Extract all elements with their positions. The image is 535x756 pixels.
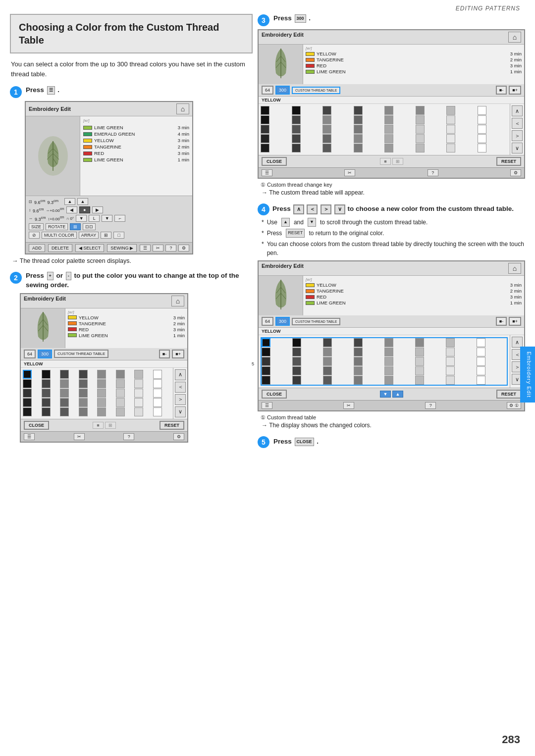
color-cell[interactable] (292, 134, 301, 143)
color-cell[interactable] (416, 125, 425, 134)
color-cell[interactable] (354, 115, 363, 124)
color-cell[interactable] (323, 357, 332, 366)
nav-up-btn-3[interactable]: ∧ (512, 337, 523, 348)
reset-btn-3[interactable]: RESET (496, 390, 521, 399)
color-cell[interactable] (415, 338, 424, 347)
color-cell[interactable] (323, 366, 332, 375)
down-scroll-btn[interactable]: ▼ (380, 391, 391, 398)
num-64-btn[interactable]: 64 (24, 350, 36, 358)
color-cell[interactable] (477, 348, 485, 356)
sew-btn-2[interactable]: ✂ (74, 433, 85, 440)
color-cell[interactable] (477, 338, 485, 347)
help-btn-3[interactable]: ? (428, 169, 438, 176)
color-cell[interactable] (384, 134, 393, 143)
color-cell[interactable] (23, 379, 32, 388)
nav-up-btn[interactable]: ∧ (175, 369, 186, 380)
color-cell[interactable] (262, 366, 270, 375)
color-cell[interactable] (262, 348, 270, 356)
color-cell[interactable] (153, 389, 162, 398)
right-btn[interactable]: ▶ (92, 206, 103, 213)
minus-color-btn-3[interactable]: ■- (496, 317, 507, 326)
color-cell[interactable] (261, 144, 269, 152)
rotate-tab[interactable]: ROTATE (46, 223, 68, 230)
color-cell[interactable] (477, 366, 485, 375)
center-btn[interactable]: ● (79, 206, 90, 213)
color-cell[interactable] (354, 144, 363, 152)
color-cell[interactable] (446, 144, 455, 152)
palette-grid[interactable]: ⊞ (105, 422, 116, 429)
color-cell[interactable] (384, 357, 393, 366)
color-cell[interactable] (42, 379, 51, 388)
color-cell[interactable] (42, 407, 51, 416)
color-cell[interactable] (446, 357, 455, 366)
rect-btn[interactable]: □ (113, 232, 124, 239)
up-arrow-btn[interactable]: ∧ (293, 204, 304, 214)
color-cell[interactable] (446, 338, 455, 347)
nav-left-btn[interactable]: ＜ (175, 382, 186, 393)
color-cell[interactable] (116, 370, 125, 379)
color-cell[interactable] (292, 115, 301, 124)
close-btn-2[interactable]: CLOSE (262, 157, 287, 166)
color-cell[interactable] (446, 366, 455, 375)
settings-btn-1[interactable]: ⚙ (178, 245, 189, 252)
color-cell[interactable] (153, 379, 162, 388)
color-cell[interactable] (415, 366, 424, 375)
color-cell[interactable] (79, 389, 88, 398)
num-300-btn-3[interactable]: 300 (275, 317, 290, 326)
color-cell[interactable] (415, 348, 424, 356)
color-cell[interactable] (42, 370, 51, 379)
nav-down-btn[interactable]: ∨ (175, 406, 186, 417)
color-cell[interactable] (261, 115, 269, 124)
num-300-btn-2[interactable]: 300 (275, 86, 290, 95)
help-btn-1[interactable]: ? (165, 245, 176, 252)
sewing-btn[interactable]: SEWING ▶ (107, 244, 137, 252)
spacing-btn[interactable]: ⊞ (101, 232, 111, 239)
color-cell[interactable] (79, 407, 88, 416)
color-cell[interactable] (23, 389, 32, 398)
color-cell[interactable] (60, 407, 69, 416)
color-cell[interactable] (97, 379, 106, 388)
color-cell[interactable] (354, 338, 363, 347)
close-inline-icon[interactable]: CLOSE (295, 438, 314, 446)
menu-btn-4[interactable]: ☰ (262, 402, 272, 409)
color-cell[interactable] (446, 376, 455, 385)
close-btn-3[interactable]: CLOSE (262, 390, 287, 399)
reset-btn-1[interactable]: RESET (160, 421, 184, 430)
color-cell[interactable] (153, 370, 162, 379)
palette-menu-2[interactable]: ■ (380, 158, 391, 165)
color-cell[interactable] (415, 357, 424, 366)
color-cell[interactable] (134, 379, 143, 388)
color-cell[interactable] (23, 398, 32, 407)
size-tab[interactable]: SIZE (29, 223, 44, 230)
close-btn-1[interactable]: CLOSE (24, 421, 49, 430)
color-cell[interactable] (292, 357, 301, 366)
color-cell[interactable] (60, 370, 69, 379)
home-icon-2[interactable]: ⌂ (171, 296, 184, 306)
color-cell[interactable] (97, 407, 106, 416)
color-cell[interactable] (354, 357, 363, 366)
color-cell[interactable] (384, 125, 393, 134)
color-cell[interactable] (416, 144, 425, 152)
palette-menu[interactable]: ■ (93, 422, 104, 429)
color-cell[interactable] (79, 370, 88, 379)
color-cell[interactable] (116, 398, 125, 407)
color-cell[interactable] (97, 370, 106, 379)
settings-btn-2[interactable]: ⚙ (173, 433, 184, 440)
reset-btn-2[interactable]: RESET (496, 157, 521, 166)
sew-btn-1[interactable]: ✂ (153, 245, 163, 252)
plus-color-btn-3[interactable]: ■+ (509, 317, 521, 326)
color-cell[interactable] (322, 115, 331, 124)
color-cell[interactable] (354, 134, 363, 143)
settings-btn-4[interactable]: ⚙ ① (507, 402, 521, 409)
color-cell[interactable] (261, 106, 269, 115)
plus-color-btn[interactable]: ■+ (172, 350, 184, 358)
settings-btn-3[interactable]: ⚙ (510, 169, 521, 176)
color-cell[interactable] (322, 106, 331, 115)
array-tab[interactable]: ⊡⊡ (83, 223, 96, 230)
nav-right-btn[interactable]: ＞ (175, 394, 186, 405)
color-cell[interactable] (478, 144, 486, 152)
custom-thread-btn[interactable]: CUSTOM THREAD TABLE (54, 350, 108, 358)
multi-tab[interactable]: ⊞ (70, 223, 81, 230)
delete-btn[interactable]: DELETE (48, 244, 72, 252)
color-cell[interactable] (322, 125, 331, 134)
